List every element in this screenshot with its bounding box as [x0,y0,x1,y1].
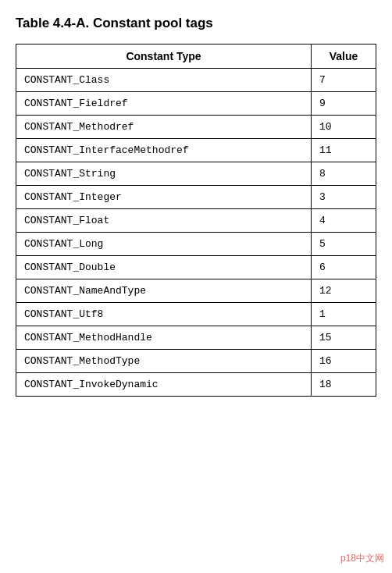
cell-value: 1 [312,303,376,326]
cell-value: 6 [312,256,376,279]
cell-constant-type: CONSTANT_Double [16,256,312,279]
table-row: CONSTANT_Long5 [16,233,376,256]
cell-value: 11 [312,139,376,162]
cell-value: 15 [312,326,376,350]
cell-value: 9 [312,92,376,116]
table-row: CONSTANT_String8 [16,162,376,186]
table-row: CONSTANT_Utf81 [16,303,376,326]
table-row: CONSTANT_MethodType16 [16,350,376,373]
cell-value: 12 [312,279,376,303]
cell-constant-type: CONSTANT_MethodType [16,350,312,373]
table-row: CONSTANT_InterfaceMethodref11 [16,139,376,162]
cell-value: 8 [312,162,376,186]
cell-constant-type: CONSTANT_Float [16,209,312,233]
constant-pool-table: Constant Type Value CONSTANT_Class7CONST… [16,44,376,397]
cell-value: 5 [312,233,376,256]
header-constant-type: Constant Type [16,44,312,69]
cell-value: 18 [312,373,376,397]
cell-constant-type: CONSTANT_String [16,162,312,186]
cell-constant-type: CONSTANT_Methodref [16,116,312,139]
cell-value: 4 [312,209,376,233]
cell-value: 10 [312,116,376,139]
table-row: CONSTANT_Methodref10 [16,116,376,139]
header-value: Value [312,44,376,69]
table-row: CONSTANT_Class7 [16,69,376,92]
table-row: CONSTANT_Integer3 [16,186,376,209]
table-header-row: Constant Type Value [16,44,376,69]
cell-value: 16 [312,350,376,373]
table-row: CONSTANT_Float4 [16,209,376,233]
cell-constant-type: CONSTANT_InvokeDynamic [16,373,312,397]
cell-constant-type: CONSTANT_Utf8 [16,303,312,326]
page-title: Table 4.4-A. Constant pool tags [16,16,376,31]
cell-constant-type: CONSTANT_Fieldref [16,92,312,116]
cell-constant-type: CONSTANT_InterfaceMethodref [16,139,312,162]
table-row: CONSTANT_InvokeDynamic18 [16,373,376,397]
cell-constant-type: CONSTANT_MethodHandle [16,326,312,350]
cell-constant-type: CONSTANT_Integer [16,186,312,209]
cell-constant-type: CONSTANT_NameAndType [16,279,312,303]
cell-value: 7 [312,69,376,92]
cell-value: 3 [312,186,376,209]
table-row: CONSTANT_Double6 [16,256,376,279]
cell-constant-type: CONSTANT_Long [16,233,312,256]
watermark: p18中文网 [340,552,384,565]
table-row: CONSTANT_MethodHandle15 [16,326,376,350]
table-row: CONSTANT_NameAndType12 [16,279,376,303]
cell-constant-type: CONSTANT_Class [16,69,312,92]
table-row: CONSTANT_Fieldref9 [16,92,376,116]
